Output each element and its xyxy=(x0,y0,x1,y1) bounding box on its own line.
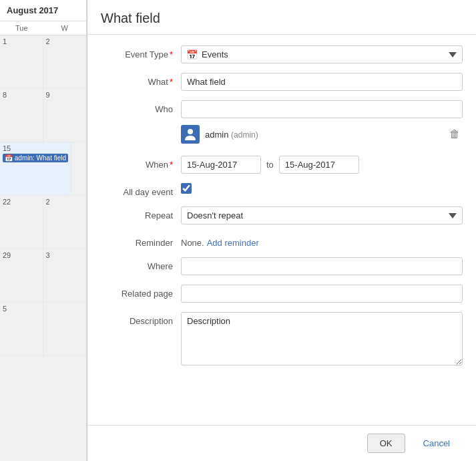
cal-row-1: 1 2 xyxy=(0,35,86,89)
modal-dialog: What field Event Type* 📅 Events What* xyxy=(87,0,476,461)
all-day-label: All day event xyxy=(101,183,181,197)
calendar-panel: August 2017 Tue W 1 2 8 9 15 📅 admin: Wh… xyxy=(0,0,87,461)
all-day-checkbox[interactable] xyxy=(181,183,192,194)
cal-cell: 2 xyxy=(43,35,87,88)
modal-title-bar: What field xyxy=(87,0,476,35)
who-input[interactable] xyxy=(181,100,463,118)
repeat-control: Doesn't repeat Daily Weekly Monthly Year… xyxy=(181,206,463,224)
what-row: What* xyxy=(101,73,463,91)
related-page-input[interactable] xyxy=(181,285,463,303)
modal-title: What field xyxy=(101,11,463,26)
when-to-input[interactable] xyxy=(279,156,359,174)
all-day-control xyxy=(181,183,463,196)
cancel-button[interactable]: Cancel xyxy=(411,434,463,453)
cal-cell xyxy=(71,142,86,195)
event-type-wrapper: 📅 Events xyxy=(181,45,463,63)
event-type-control: 📅 Events xyxy=(181,45,463,63)
repeat-select[interactable]: Doesn't repeat Daily Weekly Monthly Year… xyxy=(181,206,463,224)
where-control xyxy=(181,257,463,275)
event-type-row: Event Type* 📅 Events xyxy=(101,45,463,63)
cal-cell: 8 xyxy=(0,89,43,142)
delete-user-icon[interactable]: 🗑 xyxy=(447,126,463,143)
event-type-select[interactable]: Events xyxy=(181,45,463,63)
repeat-row: Repeat Doesn't repeat Daily Weekly Month… xyxy=(101,206,463,224)
cal-event[interactable]: 📅 admin: What field xyxy=(3,154,68,162)
cal-cell-today: 15 📅 admin: What field xyxy=(0,142,71,195)
calendar-days-header: Tue W xyxy=(0,21,86,35)
add-reminder-link[interactable]: Add reminder xyxy=(207,238,259,248)
description-row: Description Description xyxy=(101,312,463,367)
cal-row-4: 22 2 xyxy=(0,196,86,249)
reminder-none-text: None. xyxy=(181,238,204,248)
user-display-name: admin (admin) xyxy=(205,130,447,140)
what-label: What* xyxy=(101,73,181,87)
repeat-label: Repeat xyxy=(101,206,181,220)
user-avatar xyxy=(181,125,200,144)
description-control: Description xyxy=(181,312,463,367)
user-avatar-icon xyxy=(185,128,196,140)
related-page-row: Related page xyxy=(101,285,463,303)
cal-cell: 9 xyxy=(43,89,87,142)
reminder-content: None. Add reminder xyxy=(181,234,463,248)
when-date-row: to xyxy=(181,156,463,174)
user-entry: admin (admin) 🗑 xyxy=(181,122,463,146)
related-page-control xyxy=(181,285,463,303)
ok-button[interactable]: OK xyxy=(367,434,405,453)
all-day-row: All day event xyxy=(101,183,463,197)
when-label: When* xyxy=(101,156,181,170)
cal-day-w: W xyxy=(43,21,87,35)
when-from-input[interactable] xyxy=(181,156,261,174)
reminder-label: Reminder xyxy=(101,234,181,248)
who-label: Who xyxy=(101,100,181,114)
cal-row-5: 29 3 xyxy=(0,249,86,303)
calendar-month-header: August 2017 xyxy=(0,0,86,21)
when-control: to xyxy=(181,156,463,174)
what-control xyxy=(181,73,463,91)
modal-body: Event Type* 📅 Events What* Who xyxy=(87,35,476,425)
calendar-icon: 📅 xyxy=(186,49,198,60)
where-label: Where xyxy=(101,257,181,271)
who-control: admin (admin) 🗑 xyxy=(181,100,463,146)
modal-footer: OK Cancel xyxy=(87,425,476,461)
when-row: When* to xyxy=(101,156,463,174)
svg-point-0 xyxy=(188,129,193,134)
cal-cell: 1 xyxy=(0,35,43,88)
cal-day-tue: Tue xyxy=(0,21,43,35)
description-label: Description xyxy=(101,312,181,326)
cal-cell: 29 xyxy=(0,249,43,302)
to-label: to xyxy=(266,160,274,170)
cal-cell: 5 xyxy=(0,303,43,355)
cal-row-6: 5 xyxy=(0,303,86,356)
cal-cell: 3 xyxy=(43,249,87,302)
description-textarea[interactable]: Description xyxy=(181,312,463,365)
where-row: Where xyxy=(101,257,463,275)
reminder-control: None. Add reminder xyxy=(181,234,463,248)
cal-row-3: 15 📅 admin: What field xyxy=(0,142,86,196)
event-type-label: Event Type* xyxy=(101,45,181,59)
calendar-grid: 1 2 8 9 15 📅 admin: What field 22 2 29 3… xyxy=(0,35,86,356)
related-page-label: Related page xyxy=(101,285,181,299)
cal-cell: 2 xyxy=(43,196,87,249)
reminder-row: Reminder None. Add reminder xyxy=(101,234,463,248)
what-input[interactable] xyxy=(181,73,463,91)
where-input[interactable] xyxy=(181,257,463,275)
cal-cell xyxy=(43,303,87,355)
who-row: Who admin (admin) 🗑 xyxy=(101,100,463,146)
cal-cell: 22 xyxy=(0,196,43,249)
cal-row-2: 8 9 xyxy=(0,89,86,142)
